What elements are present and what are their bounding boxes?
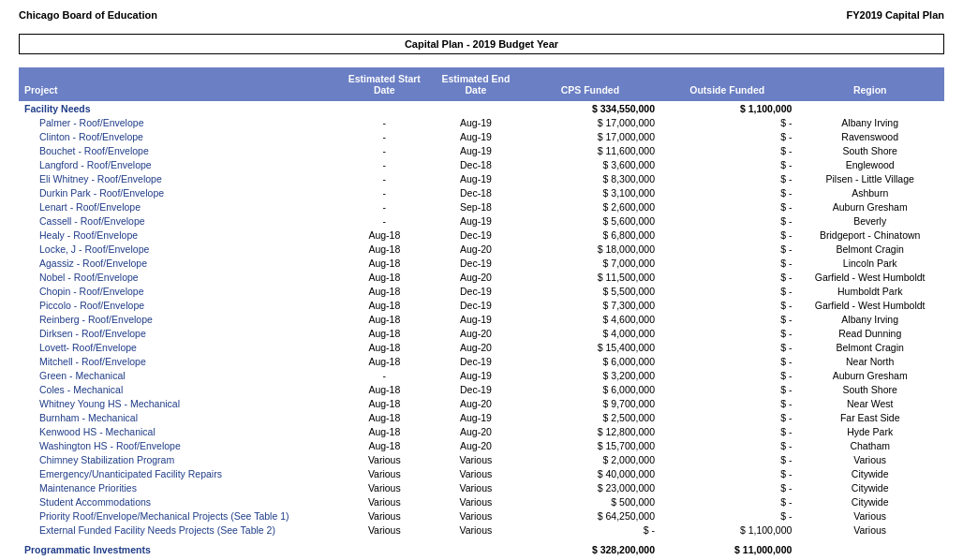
col-est-start: Estimated StartDate	[339, 67, 431, 101]
org-name: Chicago Board of Education	[19, 9, 157, 21]
table-row: Nobel - Roof/EnvelopeAug-18Aug-20$ 11,50…	[19, 270, 944, 284]
section-header-row: Facility Needs$ 334,550,000$ 1,100,000	[19, 101, 944, 115]
table-row: Chopin - Roof/EnvelopeAug-18Dec-19$ 5,50…	[19, 284, 944, 298]
table-row: Healy - Roof/EnvelopeAug-18Dec-19$ 6,800…	[19, 228, 944, 242]
col-cps-funded: CPS Funded	[522, 67, 659, 101]
col-est-end: Estimated EndDate	[430, 67, 522, 101]
table-row: Agassiz - Roof/EnvelopeAug-18Dec-19$ 7,0…	[19, 256, 944, 270]
table-row: Locke, J - Roof/EnvelopeAug-18Aug-20$ 18…	[19, 242, 944, 256]
table-row: Hyde Park HS - Education ProgramsTBDTBD$…	[19, 556, 944, 560]
column-header-row: Project Estimated StartDate Estimated En…	[19, 67, 944, 101]
table-row: Langford - Roof/Envelope-Dec-18$ 3,600,0…	[19, 157, 944, 171]
table-row: Kenwood HS - MechanicalAug-18Aug-20$ 12,…	[19, 424, 944, 438]
table-row: Mitchell - Roof/EnvelopeAug-18Dec-19$ 6,…	[19, 354, 944, 368]
section-header-row: Programmatic Investments$ 328,200,000$ 1…	[19, 542, 944, 556]
table-row: Bouchet - Roof/Envelope-Aug-19$ 11,600,0…	[19, 143, 944, 157]
table-row: Eli Whitney - Roof/Envelope-Aug-19$ 8,30…	[19, 171, 944, 185]
table-row: Emergency/Unanticipated Facility Repairs…	[19, 466, 944, 480]
table-row: Maintenance PrioritiesVariousVarious$ 23…	[19, 480, 944, 494]
page-header: Chicago Board of Education FY2019 Capita…	[19, 9, 944, 21]
table-row: Priority Roof/Envelope/Mechanical Projec…	[19, 508, 944, 523]
main-table-container: Project Estimated StartDate Estimated En…	[19, 67, 944, 560]
table-row: Coles - MechanicalAug-18Dec-19$ 6,000,00…	[19, 382, 944, 396]
table-row: Palmer - Roof/Envelope-Aug-19$ 17,000,00…	[19, 115, 944, 129]
col-region: Region	[795, 67, 944, 101]
table-row: Lenart - Roof/Envelope-Sep-18$ 2,600,000…	[19, 199, 944, 214]
table-row: Piccolo - Roof/EnvelopeAug-18Dec-19$ 7,3…	[19, 298, 944, 312]
plan-title: FY2019 Capital Plan	[846, 9, 944, 21]
table-row: Reinberg - Roof/EnvelopeAug-18Aug-19$ 4,…	[19, 312, 944, 326]
page-subtitle: Capital Plan - 2019 Budget Year	[19, 34, 944, 54]
table-row: Durkin Park - Roof/Envelope-Dec-18$ 3,10…	[19, 185, 944, 199]
table-row: Lovett- Roof/EnvelopeAug-18Aug-20$ 15,40…	[19, 340, 944, 354]
col-outside-funded: Outside Funded	[659, 67, 795, 101]
capital-plan-table: Project Estimated StartDate Estimated En…	[19, 67, 944, 560]
table-row: Whitney Young HS - MechanicalAug-18Aug-2…	[19, 396, 944, 410]
table-row: Dirksen - Roof/EnvelopeAug-18Aug-20$ 4,0…	[19, 326, 944, 340]
table-row: Washington HS - Roof/EnvelopeAug-18Aug-2…	[19, 438, 944, 452]
table-row: External Funded Facility Needs Projects …	[19, 523, 944, 537]
col-project: Project	[19, 67, 339, 101]
table-row: Student AccommodationsVariousVarious$ 50…	[19, 494, 944, 508]
table-row: Clinton - Roof/Envelope-Aug-19$ 17,000,0…	[19, 129, 944, 143]
table-row: Cassell - Roof/Envelope-Aug-19$ 5,600,00…	[19, 214, 944, 228]
table-row: Burnham - MechanicalAug-18Aug-19$ 2,500,…	[19, 410, 944, 424]
table-row: Green - Mechanical-Aug-19$ 3,200,000$ -A…	[19, 368, 944, 382]
table-row: Chimney Stabilization ProgramVariousVari…	[19, 452, 944, 466]
